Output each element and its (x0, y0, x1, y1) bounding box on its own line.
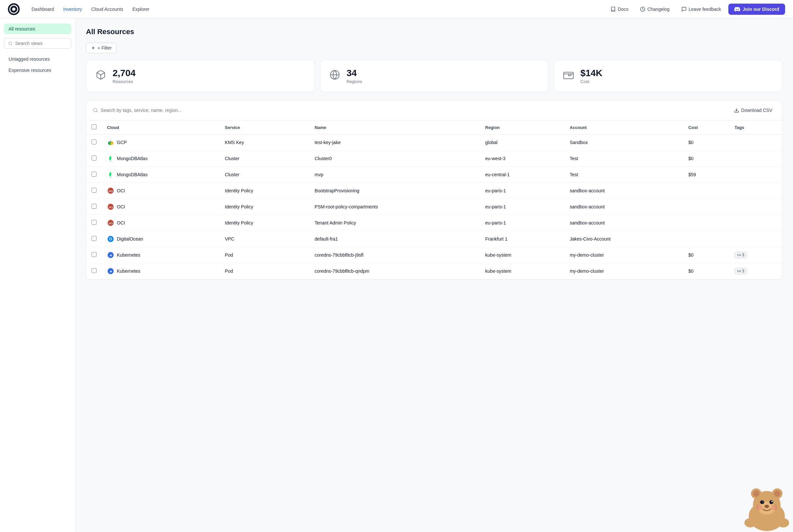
book-icon (610, 6, 616, 12)
changelog-button[interactable]: Changelog (636, 4, 674, 14)
service-cell-8: Pod (220, 263, 309, 279)
table-row: MongoDBAtlas Cluster Cluster0 eu-west-3 … (86, 151, 782, 167)
row-checkbox-6[interactable] (92, 236, 96, 241)
cloud-cell-1: MongoDBAtlas (107, 155, 214, 162)
svg-point-4 (9, 42, 12, 45)
table-row: ⎈ Kubernetes Pod coredns-79cbbf8cb-qndpm… (86, 263, 782, 279)
account-cell-4: sandbox-account (565, 199, 683, 215)
svg-text:OCI: OCI (108, 206, 113, 209)
cloud-cell-4: OCI OCI (107, 203, 214, 210)
nav-links: Dashboard Inventory Cloud Accounts Explo… (27, 5, 154, 14)
row-checkbox-4[interactable] (92, 204, 96, 209)
download-csv-label: Download CSV (741, 108, 772, 113)
page-title: All Resources (86, 27, 782, 36)
join-discord-button[interactable]: Join our Discord (728, 4, 785, 15)
nav-inventory[interactable]: Inventory (59, 5, 86, 14)
cube-icon (95, 70, 106, 82)
globe-icon (329, 70, 340, 82)
sidebar-item-expensive[interactable]: Expensive resources (4, 65, 71, 75)
cloud-cell-0: GCP (107, 139, 214, 146)
svg-point-11 (94, 108, 97, 112)
docs-button[interactable]: Docs (606, 4, 633, 14)
app-layout: All resources Untagged resources Expensi… (0, 18, 793, 532)
name-cell-4: PSM-root-policy-compartments (309, 199, 480, 215)
feedback-button[interactable]: Leave feedback (677, 4, 726, 14)
cloud-name-8: Kubernetes (117, 268, 140, 274)
stat-resources-value: 2,704 (113, 68, 135, 78)
svg-text:OCI: OCI (108, 190, 113, 193)
account-cell-0: Sandbox (565, 135, 683, 151)
table-row: OCI OCI Identity Policy PSM-root-policy-… (86, 199, 782, 215)
service-cell-1: Cluster (220, 151, 309, 167)
cloud-name-0: GCP (117, 140, 127, 145)
service-cell-0: KMS Key (220, 135, 309, 151)
search-views-input[interactable] (15, 41, 67, 46)
table-search-input[interactable] (101, 108, 727, 113)
service-cell-3: Identity Policy (220, 183, 309, 199)
table-row: OCI OCI Identity Policy BootstrapProvisi… (86, 183, 782, 199)
col-name: Name (309, 120, 480, 135)
sidebar-item-all-resources[interactable]: All resources (4, 24, 71, 34)
svg-point-26 (738, 255, 739, 256)
sidebar: All resources Untagged resources Expensi… (0, 18, 75, 532)
stat-cost-label: Cost (580, 79, 602, 84)
navbar-right: Docs Changelog Leave feedback Join our D… (606, 4, 785, 15)
table-search-icon (93, 108, 98, 113)
svg-point-29 (738, 271, 739, 272)
service-cell-7: Pod (220, 247, 309, 263)
cost-cell-6 (683, 231, 729, 247)
wallet-icon (563, 70, 574, 82)
cloud-cell-5: OCI OCI (107, 219, 214, 226)
changelog-icon (640, 6, 645, 12)
account-cell-1: Test (565, 151, 683, 167)
tag-badge-8: 3 (735, 268, 747, 274)
cloud-name-2: MongoDBAtlas (117, 172, 147, 177)
service-cell-2: Cluster (220, 167, 309, 183)
col-cloud: Cloud (102, 120, 220, 135)
cost-cell-2: $59 (683, 167, 729, 183)
tags-cell-4 (729, 199, 782, 215)
col-cost: Cost (683, 120, 729, 135)
row-checkbox-3[interactable] (92, 188, 96, 193)
name-cell-5: Tenant Admin Policy (309, 215, 480, 231)
table-row: GCP KMS Key test-key-jake global Sandbox… (86, 135, 782, 151)
nav-dashboard[interactable]: Dashboard (27, 5, 58, 14)
cloud-logo-7: ⎈ (107, 251, 114, 259)
nav-cloud-accounts[interactable]: Cloud Accounts (87, 5, 127, 14)
stat-regions-label: Regions (346, 79, 362, 84)
cloud-logo-3: OCI (107, 187, 114, 194)
tags-cell-5 (729, 215, 782, 231)
cloud-logo-1 (107, 155, 114, 162)
table-row: DigitalOcean VPC default-fra1 Frankfurt … (86, 231, 782, 247)
name-cell-8: coredns-79cbbf8cb-qndpm (309, 263, 480, 279)
col-account: Account (565, 120, 683, 135)
table-search-container[interactable] (93, 108, 727, 113)
nav-explorer[interactable]: Explorer (128, 5, 153, 14)
row-checkbox-2[interactable] (92, 172, 96, 176)
stat-regions-info: 34 Regions (346, 68, 362, 84)
account-cell-5: sandbox-account (565, 215, 683, 231)
cloud-logo-0 (107, 139, 114, 146)
row-checkbox-5[interactable] (92, 220, 96, 225)
select-all-checkbox[interactable] (92, 125, 96, 129)
stat-resources: 2,704 Resources (86, 60, 315, 92)
row-checkbox-7[interactable] (92, 252, 96, 257)
sidebar-search-container[interactable] (4, 38, 71, 49)
cost-cell-0: $0 (683, 135, 729, 151)
feedback-icon (681, 6, 687, 12)
sidebar-item-untagged[interactable]: Untagged resources (4, 54, 71, 64)
svg-point-21 (110, 238, 112, 240)
row-checkbox-0[interactable] (92, 139, 96, 145)
tags-cell-3 (729, 183, 782, 199)
region-cell-8: kube-system (480, 263, 564, 279)
row-checkbox-8[interactable] (92, 268, 96, 273)
row-checkbox-1[interactable] (92, 156, 96, 160)
discord-icon (734, 6, 740, 12)
cloud-logo-2 (107, 171, 114, 178)
filter-button[interactable]: + Filter (86, 43, 116, 53)
cost-cell-1: $0 (683, 151, 729, 167)
filter-label: + Filter (97, 45, 112, 51)
download-csv-button[interactable]: Download CSV (731, 106, 776, 115)
region-cell-0: global (480, 135, 564, 151)
search-icon (8, 41, 13, 46)
